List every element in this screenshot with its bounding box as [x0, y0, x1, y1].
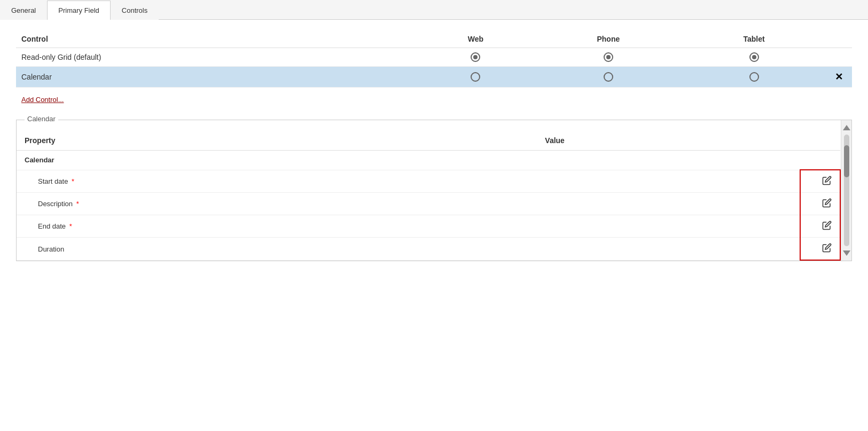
- col-header-control: Control: [16, 30, 417, 48]
- edit-button[interactable]: [800, 215, 840, 238]
- web-radio[interactable]: [417, 48, 534, 67]
- pencil-icon[interactable]: [822, 198, 832, 208]
- col-header-phone: Phone: [534, 30, 683, 48]
- controls-table: Control Web Phone Tablet Read-only Grid …: [16, 30, 852, 88]
- required-indicator: *: [67, 222, 72, 230]
- main-content: Control Web Phone Tablet Read-only Grid …: [0, 20, 868, 272]
- tab-primary-field[interactable]: Primary Field: [47, 1, 111, 20]
- control-name: Read-only Grid (default): [16, 48, 417, 67]
- pencil-icon[interactable]: [822, 176, 832, 185]
- table-row[interactable]: Calendar✕: [16, 67, 852, 88]
- table-row[interactable]: Read-only Grid (default): [16, 48, 852, 67]
- tab-general[interactable]: General: [0, 1, 47, 20]
- scroll-track[interactable]: [844, 135, 849, 246]
- required-indicator: *: [69, 177, 74, 185]
- pencil-icon[interactable]: [822, 243, 832, 253]
- remove-icon[interactable]: ✕: [835, 72, 843, 82]
- scroll-down-arrow[interactable]: [843, 250, 850, 256]
- scrollbar[interactable]: [841, 120, 851, 261]
- calendar-section: Calendar Property Value CalendarStart da…: [16, 120, 852, 261]
- control-name: Calendar: [16, 67, 417, 88]
- edit-col-header: [800, 131, 840, 151]
- edit-button[interactable]: [800, 238, 840, 261]
- phone-radio[interactable]: [534, 48, 683, 67]
- tablet-radio[interactable]: [683, 48, 825, 67]
- tablet-radio[interactable]: [683, 67, 825, 88]
- remove-button-cell[interactable]: ✕: [825, 67, 852, 88]
- property-label: End date *: [17, 215, 537, 238]
- tab-bar: General Primary Field Controls: [0, 0, 868, 20]
- col-header-tablet: Tablet: [683, 30, 825, 48]
- edit-button[interactable]: [800, 193, 840, 215]
- property-col-header: Property: [17, 131, 537, 151]
- property-label: Start date *: [17, 170, 537, 193]
- phone-radio[interactable]: [534, 67, 683, 88]
- tab-controls[interactable]: Controls: [111, 1, 159, 20]
- col-header-web: Web: [417, 30, 534, 48]
- property-value: [537, 193, 800, 215]
- property-table: Property Value CalendarStart date *Descr…: [17, 131, 841, 261]
- property-label: Description *: [17, 193, 537, 215]
- table-row: Duration: [17, 238, 840, 261]
- edit-button[interactable]: [800, 170, 840, 193]
- table-row: Start date *: [17, 170, 840, 193]
- scroll-up-arrow[interactable]: [843, 125, 850, 130]
- remove-button-cell: [825, 48, 852, 67]
- required-indicator: *: [74, 200, 79, 208]
- property-value: [537, 170, 800, 193]
- property-label: Duration: [17, 238, 537, 261]
- property-value: [537, 215, 800, 238]
- pencil-icon[interactable]: [822, 221, 832, 230]
- property-group-header: Calendar: [17, 151, 840, 170]
- table-row: End date *: [17, 215, 840, 238]
- add-control-link[interactable]: Add Control...: [21, 96, 64, 104]
- table-row: Description *: [17, 193, 840, 215]
- property-value: [537, 238, 800, 261]
- property-table-area: Property Value CalendarStart date *Descr…: [17, 120, 841, 261]
- web-radio[interactable]: [417, 67, 534, 88]
- calendar-section-body: Property Value CalendarStart date *Descr…: [17, 120, 851, 261]
- value-col-header: Value: [537, 131, 800, 151]
- scroll-thumb[interactable]: [844, 145, 849, 177]
